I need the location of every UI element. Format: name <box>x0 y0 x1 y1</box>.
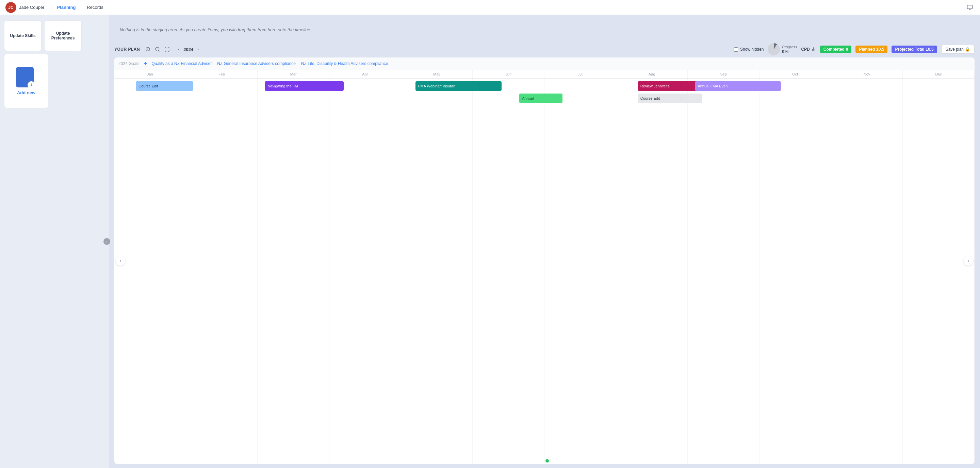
update-skills-card[interactable]: Update Skills <box>4 21 41 51</box>
staging-cards: Update Skills Update Preferences + Add n… <box>4 21 105 108</box>
timeline-nav-right[interactable]: › <box>964 256 973 266</box>
zoom-out-btn[interactable] <box>153 45 162 53</box>
projected-value: 10.5 <box>926 47 933 52</box>
save-plan-button[interactable]: Save plan 🔒 <box>941 45 975 54</box>
save-plan-label: Save plan <box>946 47 964 52</box>
progress-section: Progress 9% <box>768 43 797 56</box>
event-event-6[interactable]: Course Edit <box>638 94 702 103</box>
month-header-may: May <box>401 70 473 78</box>
event-event-7[interactable]: Annual FMA Even <box>695 81 781 91</box>
svg-rect-0 <box>967 5 972 9</box>
plan-label: YOUR PLAN <box>115 47 140 52</box>
avatar[interactable]: JC <box>5 2 16 13</box>
nav-right-section <box>965 3 975 12</box>
staging-message: Nothing is in the staging area. As you c… <box>115 19 975 40</box>
year-prev-btn[interactable]: ‹ <box>175 46 182 53</box>
show-hidden-label[interactable]: Show hidden <box>733 47 764 52</box>
svg-line-2 <box>149 50 150 51</box>
nav-records[interactable]: Records <box>83 5 107 10</box>
timeline-indicator <box>546 459 549 463</box>
progress-circle <box>768 43 780 56</box>
staging-area: Nothing is in the staging area. As you c… <box>109 15 980 468</box>
month-header-jan: Jan <box>115 70 186 78</box>
timeline-header: 2024 Goals + Qualify as a NZ Financial A… <box>115 57 975 70</box>
timeline-col-2 <box>258 79 329 464</box>
month-header-mar: Mar <box>258 70 329 78</box>
event-event-3[interactable]: FMA Webinar: Insuran <box>415 81 501 91</box>
timeline-months: JanFebMarAprMayJunJulAugSepOctNovDec <box>115 70 975 79</box>
completed-badge: Completed 0 <box>820 46 852 53</box>
completed-value: 0 <box>846 47 848 52</box>
month-header-apr: Apr <box>329 70 401 78</box>
cpd-label: CPD <box>801 47 810 52</box>
user-settings-icon[interactable] <box>965 3 975 12</box>
projected-badge: Projected Total 10.5 <box>891 46 937 53</box>
year-text: 2024 <box>183 47 193 52</box>
timeline-col-1 <box>186 79 258 464</box>
timeline-wrapper: 2024 Goals + Qualify as a NZ Financial A… <box>115 57 975 464</box>
goal-tag-1[interactable]: Qualify as a NZ Financial Adviser <box>151 61 212 66</box>
planned-value: 10.5 <box>876 47 884 52</box>
projected-label: Projected Total <box>895 47 924 52</box>
show-hidden-checkbox[interactable] <box>733 47 738 52</box>
event-event-4[interactable]: Annual <box>519 94 562 103</box>
nav-separator-2 <box>81 4 81 11</box>
progress-info: Progress 9% <box>782 45 797 54</box>
show-hidden-text: Show hidden <box>740 47 764 52</box>
month-header-feb: Feb <box>186 70 258 78</box>
timeline-col-8 <box>688 79 759 464</box>
event-event-2[interactable]: Navigating the FM <box>265 81 344 91</box>
month-header-nov: Nov <box>831 70 903 78</box>
topnav: JC Jade Couper Planning Records <box>0 0 980 15</box>
main-layout: › Update Skills Update Preferences + Add… <box>0 15 980 468</box>
timeline-grid <box>115 79 975 464</box>
timeline-nav-left[interactable]: ‹ <box>116 256 125 266</box>
zoom-controls <box>144 45 171 53</box>
add-goal-button[interactable]: + <box>142 60 149 67</box>
goal-tag-3[interactable]: NZ Life, Disability & Health Advisers co… <box>301 61 388 66</box>
save-plan-lock-icon: 🔒 <box>965 47 970 52</box>
timeline-col-10 <box>831 79 903 464</box>
timeline-col-4 <box>401 79 473 464</box>
month-header-dec: Dec <box>903 70 975 78</box>
nav-username: Jade Couper <box>19 5 44 10</box>
progress-value: 9% <box>782 49 797 54</box>
add-new-card[interactable]: + Add new <box>4 54 48 108</box>
goal-tag-2[interactable]: NZ General Insurance Advisers compliance <box>217 61 296 66</box>
doc-shape: + <box>16 67 34 87</box>
timeline-col-11 <box>903 79 975 464</box>
planned-label: Planned <box>859 47 875 52</box>
year-nav: ‹ 2024 › <box>175 46 202 53</box>
timeline-col-6 <box>544 79 616 464</box>
month-header-jul: Jul <box>544 70 616 78</box>
cpd-chart-icon <box>811 47 816 52</box>
fit-view-btn[interactable] <box>163 45 171 53</box>
event-event-1[interactable]: Course Edit <box>136 81 193 91</box>
timeline-col-7 <box>616 79 688 464</box>
nav-separator <box>51 4 51 11</box>
zoom-in-btn[interactable] <box>144 45 152 53</box>
month-header-oct: Oct <box>759 70 831 78</box>
sidebar-toggle[interactable]: › <box>103 238 110 245</box>
svg-line-6 <box>159 50 159 51</box>
timeline-body: Course EditNavigating the FMFMA Webinar:… <box>115 79 975 464</box>
timeline-col-3 <box>329 79 401 464</box>
progress-label: Progress <box>782 45 797 49</box>
plan-controls: YOUR PLAN ‹ 2024 › Show hi <box>115 40 975 57</box>
timeline-col-9 <box>759 79 831 464</box>
month-header-jun: Jun <box>473 70 544 78</box>
nav-planning[interactable]: Planning <box>53 5 80 10</box>
timeline-year-goals: 2024 Goals <box>118 61 139 66</box>
month-header-aug: Aug <box>616 70 688 78</box>
planned-badge: Planned 10.5 <box>856 46 888 53</box>
year-next-btn[interactable]: › <box>195 46 202 53</box>
add-new-icon: + <box>16 67 37 87</box>
cpd-section: CPD <box>801 47 816 52</box>
sidebar: › Update Skills Update Preferences + Add… <box>0 15 109 468</box>
completed-label: Completed <box>824 47 845 52</box>
timeline-col-0 <box>115 79 186 464</box>
timeline-col-5 <box>473 79 544 464</box>
update-preferences-card[interactable]: Update Preferences <box>44 21 82 51</box>
plus-circle-icon: + <box>27 81 35 89</box>
add-new-label: Add new <box>17 90 35 95</box>
